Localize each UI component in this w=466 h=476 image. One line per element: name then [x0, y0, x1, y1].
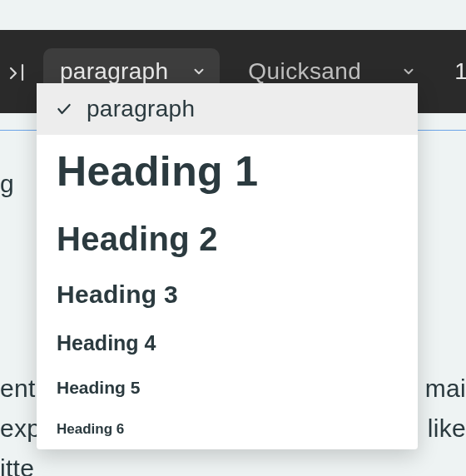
- paragraph-style-dropdown: paragraph Heading 1 Heading 2 Heading 3 …: [37, 83, 418, 449]
- dropdown-option-heading-2[interactable]: Heading 2: [37, 208, 418, 270]
- dropdown-option-label: Heading 4: [57, 331, 156, 355]
- dropdown-option-heading-3[interactable]: Heading 3: [37, 270, 418, 320]
- dropdown-option-heading-4[interactable]: Heading 4: [37, 320, 418, 366]
- toolbar-unknown-icon[interactable]: [5, 62, 27, 82]
- check-icon: [55, 101, 73, 117]
- dropdown-option-label: Heading 1: [57, 147, 259, 196]
- chevron-down-icon: [191, 58, 206, 85]
- background-text-line: itte: [0, 449, 466, 476]
- paragraph-style-current: paragraph: [60, 58, 168, 85]
- dropdown-option-paragraph[interactable]: paragraph: [37, 83, 418, 135]
- dropdown-option-label: Heading 5: [57, 378, 140, 398]
- font-size-select[interactable]: 16: [443, 48, 466, 95]
- dropdown-option-heading-6[interactable]: Heading 6: [37, 409, 418, 449]
- toolbar-left-segment: [5, 47, 27, 96]
- dropdown-option-heading-1[interactable]: Heading 1: [37, 135, 418, 208]
- dropdown-option-label: Heading 2: [57, 221, 218, 258]
- dropdown-option-label: Heading 6: [57, 421, 124, 438]
- font-size-current: 16: [454, 58, 466, 85]
- dropdown-option-heading-5[interactable]: Heading 5: [37, 366, 418, 409]
- font-family-current: Quicksand: [248, 58, 361, 85]
- chevron-down-icon: [401, 58, 416, 85]
- dropdown-option-label: paragraph: [87, 96, 195, 122]
- dropdown-option-label: Heading 3: [57, 280, 178, 309]
